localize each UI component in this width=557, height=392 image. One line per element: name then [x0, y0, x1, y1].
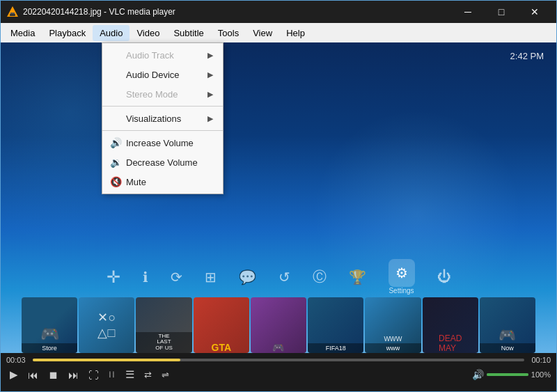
volume-icon: 🔊	[472, 369, 484, 380]
progress-row: 00:03 00:10	[6, 356, 551, 364]
ps-settings-label: Settings	[389, 287, 415, 295]
controls-bar: 00:03 00:10 ▶ ⏮ ⏹ ⏭ ⛶ ⁞⁞ ☰ ⇄ ⇌ 🔊 100%	[1, 353, 556, 391]
ps-ui-overlay: ✛ ℹ ⟳ ⊞ 💬 ↺ Ⓒ 🏆 ⚙ Settings ⏻ 🎮 Store	[1, 252, 556, 353]
arrow-icon: ▶	[207, 114, 213, 123]
time-total: 00:10	[530, 356, 551, 364]
menu-divider-1	[102, 106, 223, 107]
ps-thumb-gta[interactable]: GTA	[194, 297, 249, 353]
volume-down-icon: 🔉	[109, 156, 122, 168]
play-button[interactable]: ▶	[6, 367, 22, 382]
audio-dropdown: Audio Track ▶ Audio Device ▶ Stereo Mode…	[102, 42, 223, 194]
video-area[interactable]: 2:42 PM ✛ ℹ ⟳ ⊞ 💬 ↺ Ⓒ 🏆 ⚙ Settings ⏻	[1, 42, 556, 353]
ps-dpad-icon[interactable]: ✛	[107, 267, 120, 287]
ps-thumb-game5[interactable]: 🎮	[251, 297, 306, 353]
visualizations-icon	[109, 112, 122, 125]
mute-icon: 🔇	[109, 175, 122, 188]
thumb-game5-symbol: 🎮	[272, 342, 284, 353]
titlebar: 20220420144218.jpg - VLC media player ─ …	[1, 1, 556, 23]
app-icon	[6, 6, 19, 18]
menu-decrease-volume[interactable]: 🔉 Decrease Volume	[102, 152, 223, 172]
volume-bar-fill	[487, 373, 528, 376]
thumb-www-symbol: www	[384, 334, 402, 343]
next-button[interactable]: ⏭	[65, 368, 82, 382]
menu-playback[interactable]: Playback	[42, 25, 93, 41]
ps-back-icon[interactable]: ↺	[278, 269, 290, 285]
ps-icons-row: ✛ ℹ ⟳ ⊞ 💬 ↺ Ⓒ 🏆 ⚙ Settings ⏻	[1, 252, 556, 297]
playlist-button[interactable]: ☰	[122, 367, 138, 382]
audio-device-icon	[109, 68, 122, 81]
ps-thumb-shapes[interactable]: ✕○△□	[79, 297, 134, 353]
thumb-ps-symbol: 🎮	[499, 327, 516, 343]
menu-view[interactable]: View	[246, 25, 279, 41]
progress-bar-fill	[33, 359, 180, 361]
thumb-shapes-symbol: ✕○△□	[97, 310, 116, 340]
menu-increase-volume[interactable]: 🔊 Increase Volume	[102, 133, 223, 152]
audio-track-icon	[109, 49, 122, 61]
thumb-www-label: www	[365, 343, 421, 353]
thumb-store-symbol: 🎮	[40, 325, 59, 343]
window-controls: ─ □ ✕	[452, 1, 551, 23]
menu-media[interactable]: Media	[3, 25, 42, 41]
thumb-gta-symbol: GTA	[212, 342, 232, 353]
video-timestamp: 2:42 PM	[510, 51, 544, 61]
menu-mute[interactable]: 🔇 Mute	[102, 172, 223, 191]
arrow-icon: ▶	[207, 51, 213, 60]
ps-grid-icon[interactable]: ⊞	[205, 269, 217, 285]
fullscreen-button[interactable]: ⛶	[85, 368, 102, 382]
ps-settings-icon: ⚙	[389, 259, 415, 287]
stop-button[interactable]: ⏹	[45, 368, 62, 382]
menu-help[interactable]: Help	[279, 25, 312, 41]
thumb-store-label: Store	[22, 343, 77, 353]
volume-bar[interactable]	[487, 373, 528, 376]
ps-power-icon[interactable]: ⏻	[437, 269, 451, 285]
ps-thumbnails-row: 🎮 Store ✕○△□ THELASTOF US GTA 🎮 FIFA18	[1, 297, 556, 353]
ps-thumb-psstore2[interactable]: 🎮 Now	[480, 297, 535, 353]
menu-divider-2	[102, 130, 223, 131]
ps-info-icon[interactable]: ℹ	[143, 269, 148, 285]
menu-stereo-mode[interactable]: Stereo Mode ▶	[102, 84, 223, 104]
menu-tools[interactable]: Tools	[211, 25, 246, 41]
thumb-fifa-label: FIFA18	[308, 343, 363, 353]
extended-button[interactable]: ⁞⁞	[105, 368, 119, 381]
maximize-button[interactable]: □	[485, 1, 517, 23]
stereo-mode-icon	[109, 88, 122, 100]
ps-thumb-lastofus[interactable]: THELASTOF US	[136, 297, 191, 353]
time-current: 00:03	[6, 356, 27, 364]
prev-button[interactable]: ⏮	[24, 368, 42, 382]
svg-rect-1	[10, 14, 15, 16]
ps-share-icon[interactable]: ⟳	[171, 269, 182, 285]
arrow-icon: ▶	[207, 90, 213, 99]
ps-settings-item[interactable]: ⚙ Settings	[389, 259, 415, 295]
volume-up-icon: 🔊	[109, 136, 122, 149]
loop-button[interactable]: ⇄	[141, 368, 155, 382]
menu-audio-track[interactable]: Audio Track ▶	[102, 45, 223, 65]
vlc-window: 20220420144218.jpg - VLC media player ─ …	[0, 0, 557, 392]
menu-video[interactable]: Video	[130, 25, 166, 41]
close-button[interactable]: ✕	[519, 1, 551, 23]
menu-visualizations[interactable]: Visualizations ▶	[102, 109, 223, 128]
menu-audio[interactable]: Audio	[93, 25, 130, 41]
menubar: Media Playback Audio Video Subtitle Tool…	[1, 23, 556, 42]
window-title: 20220420144218.jpg - VLC media player	[23, 7, 452, 17]
menu-audio-device[interactable]: Audio Device ▶	[102, 65, 223, 84]
ps-thumb-www[interactable]: www www	[365, 297, 421, 353]
thumb-lastofus-label: THELASTOF US	[136, 332, 191, 353]
ps-chat-icon[interactable]: 💬	[239, 269, 256, 285]
random-button[interactable]: ⇌	[158, 368, 173, 382]
ps-thumb-fifa[interactable]: FIFA18	[308, 297, 363, 353]
volume-label: 100%	[531, 370, 551, 379]
ps-circle-icon[interactable]: Ⓒ	[313, 267, 327, 286]
minimize-button[interactable]: ─	[452, 1, 484, 23]
arrow-icon: ▶	[207, 70, 213, 79]
ps-thumb-dead[interactable]: DEADMAY	[423, 297, 478, 353]
thumb-dead-symbol: DEADMAY	[439, 334, 462, 353]
thumb-now-label: Now	[480, 343, 535, 353]
ps-thumb-store[interactable]: 🎮 Store	[22, 297, 77, 353]
svg-rect-2	[10, 13, 15, 14]
progress-bar[interactable]	[33, 359, 524, 361]
menu-subtitle[interactable]: Subtitle	[166, 25, 210, 41]
controls-row: ▶ ⏮ ⏹ ⏭ ⛶ ⁞⁞ ☰ ⇄ ⇌ 🔊 100%	[6, 367, 551, 382]
volume-area: 🔊 100%	[472, 369, 551, 380]
ps-trophy-icon[interactable]: 🏆	[349, 269, 366, 285]
